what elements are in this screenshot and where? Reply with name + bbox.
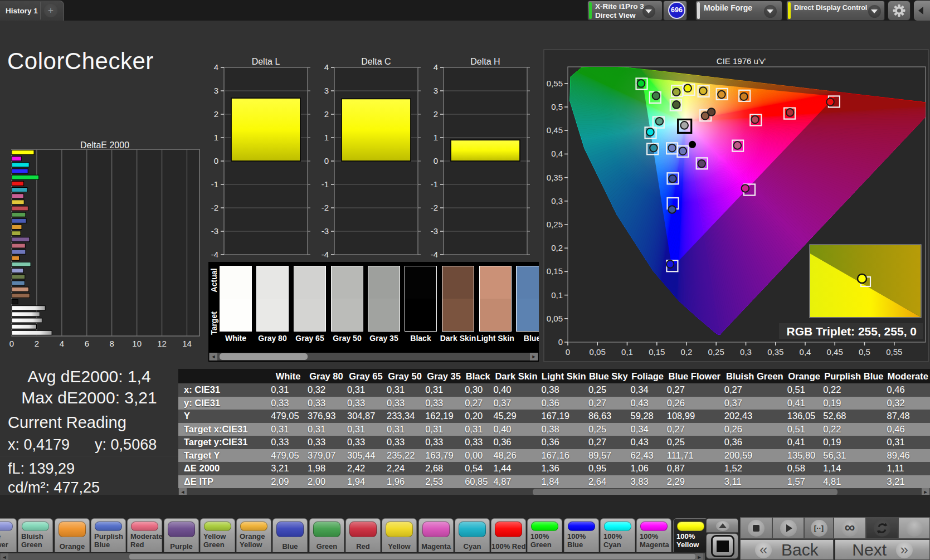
svg-text:-1: -1: [431, 179, 438, 189]
svg-text:0,4: 0,4: [800, 347, 811, 357]
svg-text:2: 2: [324, 109, 329, 119]
svg-text:0,35: 0,35: [767, 347, 783, 357]
svg-text:-1: -1: [211, 179, 218, 189]
svg-text:4: 4: [60, 339, 64, 348]
svg-text:0,35: 0,35: [547, 173, 563, 182]
svg-text:0,45: 0,45: [827, 347, 843, 357]
svg-text:-2: -2: [211, 203, 218, 212]
svg-text:4: 4: [434, 62, 438, 72]
svg-text:0,55: 0,55: [547, 79, 563, 88]
svg-text:-2: -2: [431, 203, 438, 212]
svg-text:0,45: 0,45: [547, 125, 563, 135]
svg-text:0,25: 0,25: [708, 347, 724, 357]
svg-text:0,05: 0,05: [547, 314, 563, 323]
svg-text:-4: -4: [431, 250, 438, 259]
svg-text:-3: -3: [211, 226, 218, 236]
svg-text:0,55: 0,55: [886, 347, 902, 357]
svg-text:2: 2: [214, 109, 218, 119]
svg-text:-3: -3: [431, 226, 438, 236]
svg-text:12: 12: [157, 339, 167, 348]
svg-text:0,05: 0,05: [590, 347, 606, 357]
svg-text:0: 0: [566, 347, 570, 357]
svg-text:0,25: 0,25: [547, 220, 563, 229]
svg-text:0: 0: [324, 156, 329, 165]
svg-text:3: 3: [324, 86, 329, 95]
svg-text:0: 0: [434, 156, 438, 165]
svg-text:1: 1: [434, 133, 438, 142]
svg-text:1: 1: [214, 133, 218, 142]
svg-text:0,5: 0,5: [551, 102, 563, 111]
svg-text:0: 0: [558, 337, 563, 347]
svg-text:RGB Triplet: 255, 255, 0: RGB Triplet: 255, 255, 0: [787, 325, 917, 338]
svg-text:CIE 1976 u'v': CIE 1976 u'v': [717, 56, 766, 66]
svg-text:0,5: 0,5: [859, 347, 870, 357]
svg-text:0,15: 0,15: [649, 347, 665, 357]
svg-text:4: 4: [214, 62, 218, 72]
svg-text:6: 6: [85, 339, 89, 348]
svg-text:0,2: 0,2: [681, 347, 693, 357]
svg-text:2: 2: [35, 339, 39, 348]
svg-text:0,15: 0,15: [547, 266, 563, 276]
svg-text:0,1: 0,1: [621, 347, 633, 357]
svg-text:0,4: 0,4: [551, 149, 563, 158]
svg-text:DeltaE 2000: DeltaE 2000: [80, 140, 129, 150]
svg-text:3: 3: [214, 86, 218, 95]
svg-text:-2: -2: [322, 203, 329, 212]
svg-text:0: 0: [9, 339, 14, 348]
svg-text:0,1: 0,1: [551, 290, 563, 300]
svg-text:0,2: 0,2: [551, 243, 563, 252]
svg-text:3: 3: [434, 86, 438, 95]
svg-text:2: 2: [434, 109, 438, 119]
svg-text:8: 8: [110, 339, 114, 348]
svg-text:-3: -3: [322, 226, 329, 236]
svg-text:1: 1: [324, 133, 329, 142]
svg-text:Delta L: Delta L: [252, 57, 280, 66]
svg-text:0,3: 0,3: [551, 196, 563, 206]
svg-text:0: 0: [214, 156, 218, 165]
svg-text:0,3: 0,3: [740, 347, 752, 357]
svg-text:4: 4: [324, 62, 329, 72]
svg-text:-4: -4: [322, 250, 329, 259]
svg-text:10: 10: [132, 339, 142, 348]
svg-text:-1: -1: [322, 179, 329, 189]
svg-text:Delta C: Delta C: [361, 57, 391, 66]
svg-text:14: 14: [182, 339, 192, 348]
svg-text:-4: -4: [211, 250, 218, 259]
svg-text:Delta H: Delta H: [470, 57, 500, 66]
